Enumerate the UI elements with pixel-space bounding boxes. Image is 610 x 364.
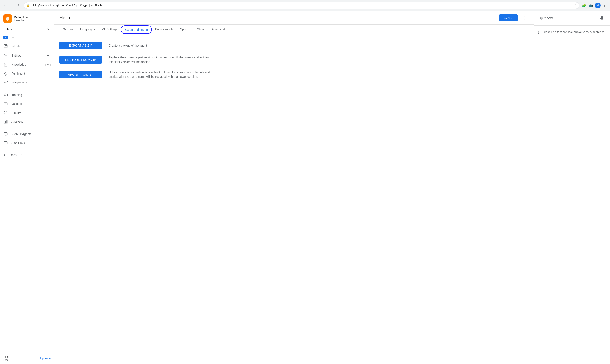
content-area: EXPORT AS ZIP Create a backup of the age… [54,35,534,364]
right-panel-body: ℹ Please use test console above to try a… [534,26,610,364]
integrations-label: Integrations [12,81,51,84]
sidebar-item-prebuilt-agents[interactable]: Prebuilt Agents [0,130,54,139]
agent-name-row: Hello ▾ [3,27,13,31]
star-icon: ☆ [574,4,577,7]
tab-advanced[interactable]: Advanced [208,25,228,35]
extensions-button[interactable]: 🧩 [581,2,587,9]
tab-ml-settings[interactable]: ML Settings [98,25,121,35]
restore-from-zip-row: RESTORE FROM ZIP Replace the current age… [59,55,529,64]
integrations-icon [3,80,8,85]
info-icon: ℹ [538,30,539,35]
sidebar-item-training[interactable]: Training [0,91,54,99]
import-from-zip-description: Upload new intents and entities without … [108,70,215,79]
knowledge-label: Knowledge [12,63,41,66]
sidebar-header: Dialogflow Essentials [0,11,54,25]
add-language-button[interactable]: + [10,35,15,40]
language-badge[interactable]: en [3,36,9,39]
sidebar-nav: Intents + Entities + Knowledge [beta] [0,41,54,352]
tabs-bar: General Languages ML Settings Export and… [54,25,534,35]
sidebar-item-integrations[interactable]: Integrations [0,78,54,87]
save-button[interactable]: SAVE [499,14,517,21]
export-as-zip-button[interactable]: EXPORT AS ZIP [59,42,102,49]
cast-button[interactable]: 📺 [588,2,594,9]
page-title: Hello [59,15,496,21]
profile-avatar[interactable]: N [595,2,601,9]
app-container: Dialogflow Essentials Hello ▾ ⚙ en + In [0,11,610,364]
main-content: Hello SAVE ⋮ General Languages ML Settin… [54,11,534,364]
tab-share[interactable]: Share [194,25,208,35]
upgrade-button[interactable]: Upgrade [40,357,51,360]
browser-actions: 🧩 📺 N ⋮ [581,2,608,9]
svg-rect-11 [4,122,5,123]
docs-label: Docs [10,153,16,156]
fulfillment-label: Fulfillment [12,72,51,75]
add-intent-button[interactable]: + [46,44,51,49]
sidebar-item-small-talk[interactable]: Small Talk [0,139,54,147]
logo-icon [3,14,12,23]
export-as-zip-row: EXPORT AS ZIP Create a backup of the age… [59,42,529,49]
forward-button[interactable]: → [9,2,15,9]
restore-from-zip-button[interactable]: RESTORE FROM ZIP [59,56,102,64]
svg-point-4 [5,54,6,55]
knowledge-icon [3,62,8,67]
microphone-button[interactable] [598,14,606,22]
sidebar-item-docs[interactable]: ► Docs ↗ [0,151,54,159]
sidebar-item-fulfillment[interactable]: Fulfillment [0,69,54,78]
main-header: Hello SAVE ⋮ [54,11,534,25]
sidebar-item-validation[interactable]: Validation [0,99,54,108]
logo-subtitle: Essentials [14,19,28,22]
sidebar-item-knowledge[interactable]: Knowledge [beta] [0,60,54,69]
validation-label: Validation [12,102,51,105]
sidebar-item-intents[interactable]: Intents + [0,41,54,51]
panel-divider [538,39,606,39]
export-as-zip-description: Create a backup of the agent [108,43,147,48]
history-icon [3,110,8,115]
logo-text-group: Dialogflow Essentials [14,15,28,22]
right-panel: Try it now ℹ Please use test console abo… [534,11,610,364]
back-button[interactable]: ← [2,2,9,9]
menu-button[interactable]: ⋮ [601,2,608,9]
import-from-zip-button[interactable]: IMPORT FROM ZIP [59,71,102,78]
training-icon [3,92,8,97]
agent-settings-button[interactable]: ⚙ [45,26,51,32]
svg-rect-12 [5,121,6,123]
try-now-label: Try it now [538,16,553,20]
sidebar-item-entities[interactable]: Entities + [0,51,54,60]
trial-sub: Free [3,359,9,362]
sidebar-divider-3 [0,149,54,149]
knowledge-beta-badge: [beta] [45,64,51,66]
tab-general[interactable]: General [59,25,77,35]
svg-rect-14 [4,133,7,135]
external-link-icon: ↗ [20,153,23,156]
restore-from-zip-description: Replace the current agent version with a… [108,55,215,64]
agent-name: Hello [3,27,10,31]
lock-icon: 🔒 [27,4,30,7]
trial-info: Trial Free [3,355,9,362]
browser-chrome: ← → ↻ 🔒 dialogflow.cloud.google.com/#/ed… [0,0,610,11]
tab-export-import[interactable]: Export and Import [121,26,152,34]
validation-icon [3,102,8,106]
training-label: Training [12,93,51,97]
prebuilt-agents-label: Prebuilt Agents [12,132,51,136]
entities-icon [3,53,8,58]
sidebar-item-analytics[interactable]: Analytics [0,117,54,126]
small-talk-label: Small Talk [12,141,51,145]
add-entity-button[interactable]: + [46,53,51,58]
trial-label: Trial [3,355,9,359]
reload-button[interactable]: ↻ [16,2,22,9]
sidebar-divider-1 [0,89,54,89]
logo-title: Dialogflow [14,15,28,19]
agent-dropdown-button[interactable]: ▾ [11,28,13,31]
sidebar-footer: Trial Free Upgrade [0,352,54,364]
address-bar[interactable]: 🔒 dialogflow.cloud.google.com/#/editAgen… [24,2,580,9]
tab-speech[interactable]: Speech [177,25,193,35]
sidebar-divider-2 [0,128,54,128]
tab-languages[interactable]: Languages [77,25,98,35]
sidebar-item-history[interactable]: History [0,108,54,117]
history-label: History [12,111,51,114]
more-options-button[interactable]: ⋮ [521,14,529,22]
svg-rect-13 [7,120,7,123]
tab-environments[interactable]: Environments [152,25,177,35]
agent-section: Hello ▾ ⚙ [0,25,54,34]
analytics-icon [3,119,8,124]
